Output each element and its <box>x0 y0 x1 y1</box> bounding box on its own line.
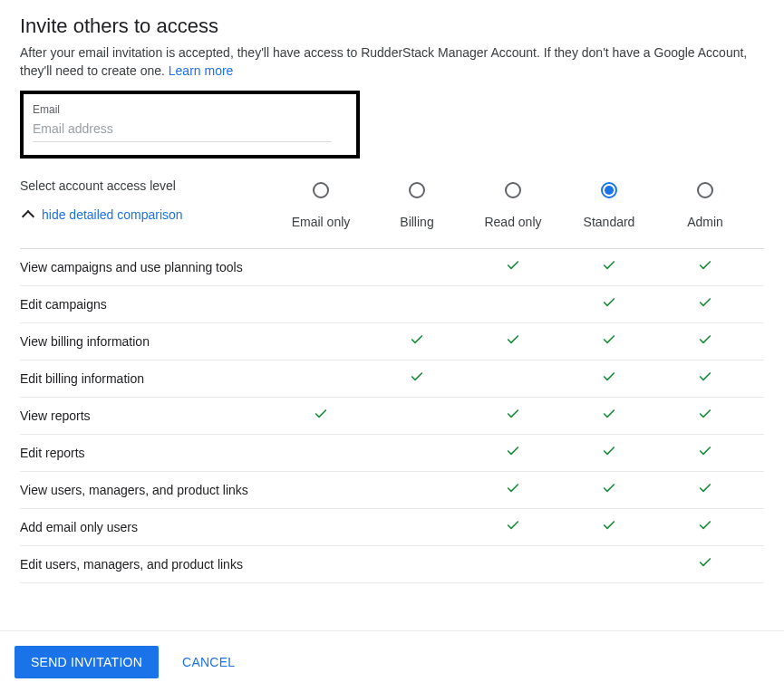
check-icon <box>602 370 616 388</box>
permission-cell <box>657 370 753 388</box>
permission-row: Edit reports <box>20 435 764 472</box>
check-icon <box>698 332 712 351</box>
access-level-billing[interactable]: Billing <box>369 178 465 229</box>
permission-cell <box>369 370 465 388</box>
check-icon <box>698 295 712 313</box>
check-icon <box>314 407 328 425</box>
permission-cell <box>561 481 657 499</box>
permission-cell <box>369 332 465 351</box>
check-icon <box>698 370 712 388</box>
permission-cell <box>465 332 561 351</box>
permission-row: View billing information <box>20 323 764 360</box>
check-icon <box>506 518 520 536</box>
permission-cell <box>465 444 561 462</box>
send-invitation-button[interactable]: SEND INVITATION <box>15 646 159 678</box>
permission-cell <box>561 370 657 388</box>
check-icon <box>602 444 616 462</box>
email-label: Email <box>33 103 344 116</box>
check-icon <box>506 481 520 499</box>
radio-label: Admin <box>657 215 753 229</box>
permission-row: View users, managers, and product links <box>20 472 764 509</box>
check-icon <box>506 332 520 351</box>
learn-more-link[interactable]: Learn more <box>169 63 234 78</box>
check-icon <box>506 444 520 462</box>
permission-label: View users, managers, and product links <box>20 483 273 497</box>
radio-admin[interactable] <box>697 182 713 198</box>
radio-email_only[interactable] <box>313 182 329 198</box>
permission-label: Add email only users <box>20 520 273 534</box>
permission-cell <box>561 295 657 313</box>
permission-row: View campaigns and use planning tools <box>20 249 764 286</box>
permission-label: Edit reports <box>20 446 273 460</box>
email-input[interactable] <box>33 118 332 142</box>
radio-standard[interactable] <box>601 182 617 198</box>
permission-cell <box>657 555 753 573</box>
permission-cell <box>561 407 657 425</box>
permission-label: View billing information <box>20 334 273 349</box>
check-icon <box>602 518 616 536</box>
check-icon <box>506 258 520 276</box>
permission-row: Add email only users <box>20 509 764 546</box>
dialog-subtitle: After your email invitation is accepted,… <box>20 43 764 80</box>
check-icon <box>698 555 712 573</box>
permission-row: Edit campaigns <box>20 286 764 323</box>
access-level-standard[interactable]: Standard <box>561 178 657 229</box>
check-icon <box>698 518 712 536</box>
permission-cell <box>465 258 561 276</box>
check-icon <box>602 258 616 276</box>
radio-read_only[interactable] <box>505 182 521 198</box>
check-icon <box>698 407 712 425</box>
check-icon <box>602 407 616 425</box>
access-level-email_only[interactable]: Email only <box>273 178 369 229</box>
dialog-title: Invite others to access <box>20 14 764 38</box>
permission-row: View reports <box>20 398 764 435</box>
permission-label: View reports <box>20 408 273 423</box>
permission-cell <box>465 407 561 425</box>
access-level-read_only[interactable]: Read only <box>465 178 561 229</box>
permission-cell <box>561 444 657 462</box>
toggle-comparison-link[interactable]: hide detailed comparison <box>20 207 183 222</box>
check-icon <box>602 295 616 313</box>
access-level-label: Select account access level <box>20 178 183 193</box>
permission-cell <box>273 407 369 425</box>
permission-cell <box>465 518 561 536</box>
permission-cell <box>657 407 753 425</box>
check-icon <box>698 444 712 462</box>
check-icon <box>506 407 520 425</box>
access-level-admin[interactable]: Admin <box>657 178 753 229</box>
check-icon <box>410 332 424 351</box>
check-icon <box>698 258 712 276</box>
permission-cell <box>561 258 657 276</box>
permission-label: View campaigns and use planning tools <box>20 260 273 274</box>
permission-row: Edit users, managers, and product links <box>20 546 764 583</box>
permission-cell <box>657 295 753 313</box>
radio-label: Standard <box>561 215 657 229</box>
permission-cell <box>561 332 657 351</box>
check-icon <box>602 332 616 351</box>
permission-cell <box>657 444 753 462</box>
permission-cell <box>561 518 657 536</box>
check-icon <box>410 370 424 388</box>
permission-cell <box>657 518 753 536</box>
permission-cell <box>657 332 753 351</box>
email-field-highlight: Email <box>20 91 360 159</box>
permission-row: Edit billing information <box>20 360 764 398</box>
radio-label: Email only <box>273 215 369 229</box>
permission-cell <box>657 258 753 276</box>
permission-cell <box>657 481 753 499</box>
permission-label: Edit billing information <box>20 371 273 386</box>
check-icon <box>602 481 616 499</box>
cancel-button[interactable]: CANCEL <box>171 646 246 678</box>
permission-cell <box>465 481 561 499</box>
chevron-up-icon <box>22 210 34 223</box>
radio-billing[interactable] <box>409 182 425 198</box>
permission-label: Edit campaigns <box>20 297 273 312</box>
radio-label: Billing <box>369 215 465 229</box>
check-icon <box>698 481 712 499</box>
permission-label: Edit users, managers, and product links <box>20 557 273 572</box>
radio-label: Read only <box>465 215 561 229</box>
